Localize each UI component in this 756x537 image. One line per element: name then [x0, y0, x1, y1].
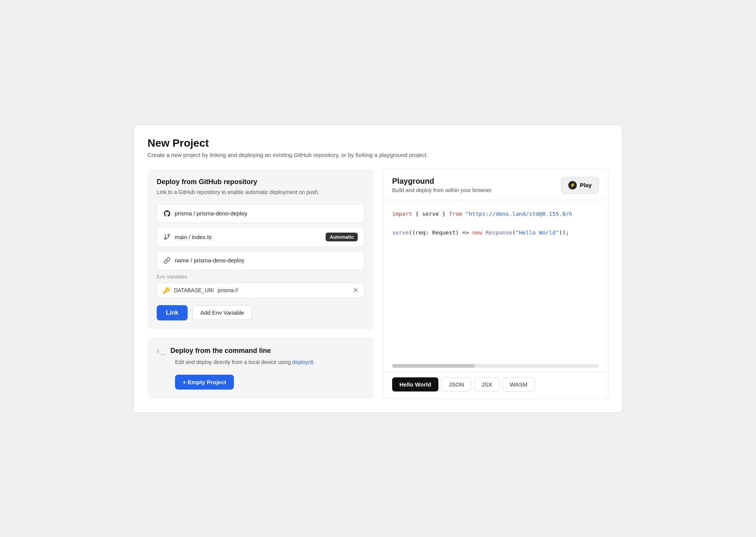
- deploy-github-desc: Link to a GitHub repository to enable au…: [157, 188, 364, 196]
- env-value-input[interactable]: [218, 287, 349, 293]
- code-line-3: serve((req: Request) => new Response("He…: [392, 228, 599, 238]
- repo-row[interactable]: prisma / prisma-deno-deploy: [157, 204, 364, 223]
- github-icon: [163, 210, 171, 217]
- code-editor[interactable]: import { serve } from "https://deno.land…: [383, 200, 608, 362]
- playground-title: Playground: [392, 177, 493, 186]
- deploy-github-title: Deploy from GitHub repository: [157, 178, 364, 186]
- playground-header: Playground Build and deploy from within …: [383, 169, 608, 200]
- deploy-github-panel: Deploy from GitHub repository Link to a …: [148, 169, 373, 330]
- code-line-1: import { serve } from "https://deno.land…: [392, 209, 599, 219]
- env-row[interactable]: 🔑 DATABASE_URI ✕: [157, 283, 364, 298]
- left-column: Deploy from GitHub repository Link to a …: [148, 169, 373, 399]
- key-icon: 🔑: [162, 287, 170, 294]
- cmd-header: › _ Deploy from the command line: [157, 346, 364, 355]
- action-buttons: Link Add Env Variable: [157, 305, 364, 320]
- playground-desc: Build and deploy from within your browse…: [392, 187, 493, 193]
- add-env-button[interactable]: Add Env Variable: [192, 305, 252, 320]
- env-clear-button[interactable]: ✕: [353, 287, 359, 294]
- tab-wasm[interactable]: WASM: [503, 377, 535, 391]
- cmd-desc: Edit and deploy directly from a local de…: [175, 358, 364, 366]
- name-icon: [163, 257, 171, 264]
- empty-project-button[interactable]: + Empty Project: [175, 375, 234, 390]
- deployctl-link[interactable]: deployctl.: [292, 359, 315, 365]
- repo-label: prisma / prisma-deno-deploy: [175, 210, 358, 217]
- terminal-icon: › _: [157, 346, 165, 355]
- branch-label: main / index.ts: [175, 234, 322, 240]
- tab-jsx[interactable]: JSX: [474, 377, 500, 391]
- playground-tabs: Hello World JSON JSX WASM: [383, 372, 608, 398]
- cmd-desc-pre: Edit and deploy directly from a local de…: [175, 359, 291, 365]
- playground-info: Playground Build and deploy from within …: [392, 177, 493, 193]
- env-label: Env Variables: [157, 274, 364, 280]
- tab-json[interactable]: JSON: [441, 377, 471, 391]
- link-button[interactable]: Link: [157, 305, 188, 320]
- branch-icon: [163, 233, 171, 241]
- play-icon: ⚡: [568, 181, 577, 189]
- cmd-title: Deploy from the command line: [170, 347, 271, 355]
- play-button-label: Play: [580, 182, 592, 188]
- name-row[interactable]: name / prisma-deno-deploy: [157, 251, 364, 270]
- tab-hello-world[interactable]: Hello World: [392, 377, 438, 391]
- env-key: DATABASE_URI: [174, 287, 214, 293]
- scrollbar-thumb: [392, 364, 475, 368]
- automatic-badge: Automatic: [326, 233, 358, 241]
- main-layout: Deploy from GitHub repository Link to a …: [148, 169, 608, 399]
- horizontal-scrollbar[interactable]: [392, 364, 599, 368]
- page-subtitle: Create a new project by linking and depl…: [148, 152, 608, 158]
- command-line-panel: › _ Deploy from the command line Edit an…: [148, 337, 373, 399]
- code-line-2: [392, 218, 599, 228]
- playground-panel: Playground Build and deploy from within …: [383, 169, 608, 399]
- branch-row[interactable]: main / index.ts Automatic: [157, 227, 364, 247]
- page-title: New Project: [148, 137, 608, 149]
- name-label: name / prisma-deno-deploy: [175, 257, 358, 264]
- page-container: New Project Create a new project by link…: [133, 125, 623, 413]
- play-button[interactable]: ⚡ Play: [561, 177, 599, 194]
